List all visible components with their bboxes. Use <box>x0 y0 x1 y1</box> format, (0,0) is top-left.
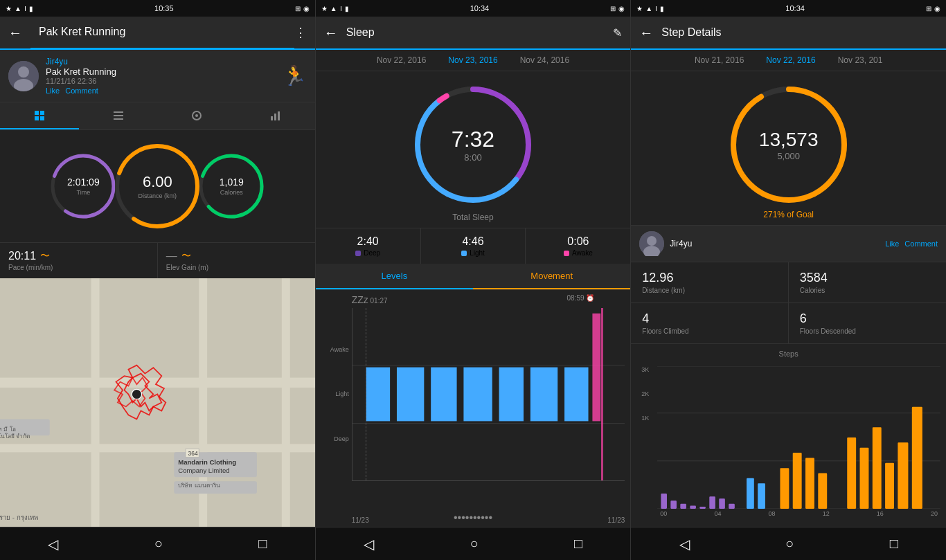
bottom-nav-2: ◁ ○ □ <box>316 527 632 560</box>
svg-rect-14 <box>278 111 280 120</box>
back-btn-2[interactable]: ◁ <box>358 530 380 558</box>
deep-sleep-stat: 2:40 Deep <box>316 228 421 264</box>
chart-dashed-line <box>366 308 366 480</box>
chart-end-time: 08:59 ⏰ <box>567 294 595 305</box>
steps-panel: ← Step Details Nov 21, 2016 Nov 22, 2016… <box>631 17 946 527</box>
sleep-goal-value: 8:00 <box>464 152 481 163</box>
square-btn-3[interactable]: □ <box>884 530 904 557</box>
distance-value: 6.00 <box>143 173 172 191</box>
svg-rect-5 <box>35 116 39 120</box>
activity-user-avatar <box>639 231 664 256</box>
activity-name: Pak Kret Running <box>46 66 283 77</box>
svg-rect-21 <box>0 278 315 527</box>
running-more-button[interactable]: ⋮ <box>294 25 307 40</box>
floors-descended-label: Floors Descended <box>800 327 935 335</box>
svg-rect-45 <box>366 368 389 422</box>
running-user-header: Jir4yu Pak Kret Running 11/21/16 22:36 L… <box>0 50 315 102</box>
map-area[interactable]: บริษัท มี โอ เทคโนโลยี จำกัด Mandarin Cl… <box>0 278 315 527</box>
svg-point-11 <box>195 114 198 117</box>
chart-dots: •••••••••• <box>454 512 492 524</box>
running-panel: ← Pak Kret Running ⋮ Jir4yu <box>0 17 316 527</box>
bluetooth-icon: ★ <box>6 5 12 12</box>
steps-like-button[interactable]: Like <box>885 240 899 248</box>
x-label-20: 20 <box>931 510 938 517</box>
status-icons-left-2: ★ ▲ Ⅰ ▮ <box>321 5 349 12</box>
light-sleep-label: Light <box>427 249 520 257</box>
tab-chart[interactable] <box>236 102 315 129</box>
home-btn-2[interactable]: ○ <box>464 530 483 557</box>
time-circle: 2:01:09 Time <box>48 152 118 221</box>
time-3: 10:34 <box>785 4 805 12</box>
running-title: Pak Kret Running <box>30 17 294 49</box>
svg-rect-50 <box>530 368 557 422</box>
activity-username: Jir4yu <box>670 239 885 249</box>
status-icons-right-2: ⊞ ◉ <box>610 5 625 12</box>
distance-stat-label: Distance (km) <box>642 287 776 294</box>
running-nav-bar: ← Pak Kret Running ⋮ <box>0 17 315 50</box>
step-date-next[interactable]: Nov 23, 201 <box>827 55 894 65</box>
steps-back-button[interactable]: ← <box>639 25 653 41</box>
x-label-4: 04 <box>714 510 721 517</box>
svg-text:Mandarin Clothing: Mandarin Clothing <box>178 458 236 466</box>
sleep-date-active[interactable]: Nov 23, 2016 <box>437 55 508 65</box>
svg-rect-24 <box>91 278 100 527</box>
svg-rect-51 <box>564 368 588 422</box>
sleep-date-prev[interactable]: Nov 22, 2016 <box>366 55 437 65</box>
pace-item: 20:11 〜 Pace (min/km) <box>0 243 158 278</box>
svg-point-30 <box>132 389 141 399</box>
square-btn-2[interactable]: □ <box>569 530 588 557</box>
time-label: Time <box>76 189 90 196</box>
floors-climbed-stat: 4 Floors Climbed <box>631 303 788 343</box>
status-bar-3: ★ ▲ Ⅰ ▮ 10:34 ⊞ ◉ <box>631 0 946 17</box>
bluetooth-icon-3: ★ <box>636 5 643 12</box>
steps-chart: 3K 2K 1K <box>631 363 946 527</box>
sleep-date-selector[interactable]: Nov 22, 2016 Nov 23, 2016 Nov 24, 2016 <box>316 50 631 71</box>
y-label-awake: Awake <box>316 346 352 353</box>
square-btn-1[interactable]: □ <box>253 530 272 557</box>
tab-list[interactable] <box>79 102 158 129</box>
svg-rect-68 <box>720 498 726 509</box>
bottom-nav-1: ◁ ○ □ <box>0 527 316 560</box>
awake-label-text: Awake <box>572 249 593 257</box>
svg-rect-46 <box>397 368 424 422</box>
avatar-image <box>8 61 39 91</box>
step-date-selector[interactable]: Nov 21, 2016 Nov 22, 2016 Nov 23, 201 <box>631 50 946 71</box>
pace-icon: 〜 <box>40 250 50 262</box>
step-date-prev[interactable]: Nov 21, 2016 <box>684 55 755 65</box>
svg-rect-81 <box>912 407 922 509</box>
steps-goal-display: 5,000 <box>777 151 800 161</box>
like-button[interactable]: Like <box>46 87 60 95</box>
svg-rect-75 <box>819 473 828 509</box>
svg-rect-64 <box>681 504 687 509</box>
levels-tab[interactable]: Levels <box>316 264 473 289</box>
steps-circle-area: 13,573 5,000 271% of Goal <box>631 71 946 225</box>
sleep-date-next[interactable]: Nov 24, 2016 <box>509 55 580 65</box>
activity-social-row: Jir4yu Like Comment <box>631 225 946 262</box>
chart-y-labels: Awake Light Deep <box>316 308 352 494</box>
back-btn-3[interactable]: ◁ <box>674 530 695 558</box>
svg-rect-77 <box>860 448 869 509</box>
movement-tab[interactable]: Movement <box>473 264 630 289</box>
awake-stat: 0:06 Awake <box>526 228 630 264</box>
step-date-active[interactable]: Nov 22, 2016 <box>755 55 826 65</box>
home-btn-3[interactable]: ○ <box>780 530 799 557</box>
pace-label: Pace (min/km) <box>8 264 149 271</box>
svg-text:เทคโนโลยี จำกัด: เทคโนโลยี จำกัด <box>0 433 30 440</box>
running-back-button[interactable]: ← <box>8 25 22 41</box>
sleep-edit-button[interactable]: ✎ <box>613 26 622 39</box>
comment-button[interactable]: Comment <box>65 87 98 95</box>
back-btn-1[interactable]: ◁ <box>42 530 64 558</box>
svg-text:Company Limited: Company Limited <box>178 467 229 474</box>
activity-date: 11/21/16 22:36 <box>46 77 283 85</box>
sleep-back-button[interactable]: ← <box>324 25 338 41</box>
status-bars: ★ ▲ Ⅰ ▮ 10:35 ⊞ ◉ ★ ▲ Ⅰ ▮ 10:34 ⊞ ◉ <box>0 0 946 17</box>
svg-rect-79 <box>885 463 894 509</box>
tab-summary[interactable] <box>0 102 79 129</box>
home-btn-1[interactable]: ○ <box>149 530 168 557</box>
icon-r3: ⊞ <box>610 5 616 12</box>
sleep-circle-area: 7:32 8:00 Total Sleep <box>316 71 631 228</box>
tab-route[interactable] <box>157 102 236 129</box>
chart-area <box>352 308 625 481</box>
svg-rect-63 <box>671 500 677 509</box>
steps-comment-button[interactable]: Comment <box>904 240 938 248</box>
